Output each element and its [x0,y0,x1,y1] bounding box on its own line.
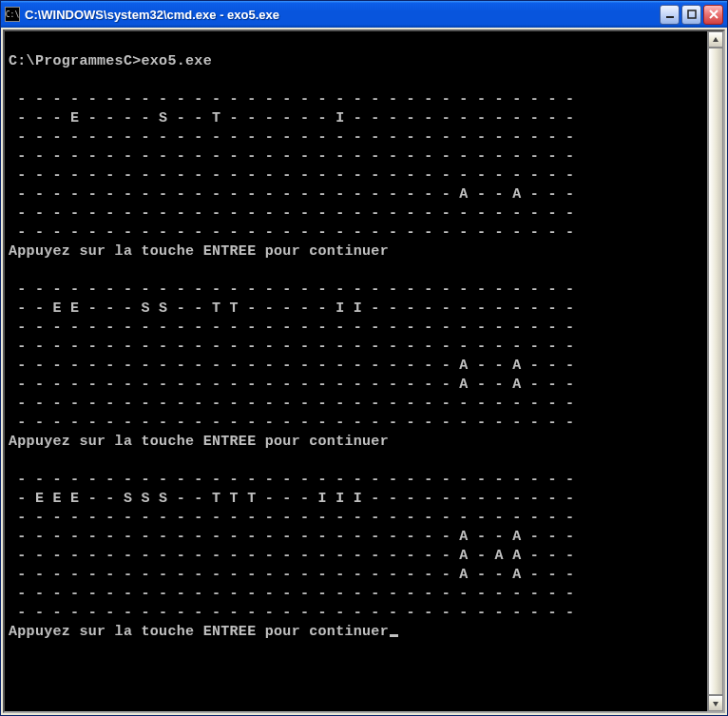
grid3-row: - - - - - - - - - - - - - - - - - - - - … [9,529,574,545]
client-area: C:\ProgrammesC>exo5.exe - - - - - - - - … [1,28,727,715]
continue-prompt: Appuyez sur la touche ENTREE pour contin… [9,434,389,450]
scroll-down-button[interactable] [708,695,723,711]
grid1-row: - - - - - - - - - - - - - - - - - - - - … [9,186,574,203]
grid2-row: - - - - - - - - - - - - - - - - - - - - … [9,339,574,355]
grid1-row: - - - - - - - - - - - - - - - - - - - - … [9,205,574,222]
maximize-button[interactable] [681,5,701,25]
minimize-button[interactable] [660,5,680,25]
grid1-row: - - - - - - - - - - - - - - - - - - - - … [9,148,574,164]
cmd-icon: C:\ [5,7,20,22]
grid2-row: - - - - - - - - - - - - - - - - - - - - … [9,319,574,336]
grid2-row: - - - - - - - - - - - - - - - - - - - - … [9,396,574,412]
titlebar[interactable]: C:\ C:\WINDOWS\system32\cmd.exe - exo5.e… [1,1,727,28]
scroll-up-button[interactable] [708,31,723,48]
scroll-thumb[interactable] [708,48,723,695]
cmd-window: C:\ C:\WINDOWS\system32\cmd.exe - exo5.e… [0,0,728,716]
window-title: C:\WINDOWS\system32\cmd.exe - exo5.exe [25,8,660,22]
grid1-row: - - - - - - - - - - - - - - - - - - - - … [9,129,574,145]
close-button[interactable] [703,5,723,25]
svg-rect-1 [688,10,696,18]
blank-line [9,72,17,88]
grid2-row: - - E E - - - S S - - T T - - - - - I I … [9,300,574,317]
grid3-row: - - - - - - - - - - - - - - - - - - - - … [9,510,574,526]
grid3-row: - - - - - - - - - - - - - - - - - - - - … [9,567,574,583]
scroll-track[interactable] [708,48,723,695]
blank-line [9,34,17,50]
grid1-row: - - - - - - - - - - - - - - - - - - - - … [9,224,574,241]
blank-line [9,262,17,279]
cursor [390,634,398,637]
grid2-row: - - - - - - - - - - - - - - - - - - - - … [9,281,574,298]
console-frame: C:\ProgrammesC>exo5.exe - - - - - - - - … [3,29,725,713]
grid3-row: - E E E - - S S S - - T T T - - - I I I … [9,491,574,507]
grid3-row: - - - - - - - - - - - - - - - - - - - - … [9,605,574,621]
continue-prompt: Appuyez sur la touche ENTREE pour contin… [9,624,389,640]
console-output[interactable]: C:\ProgrammesC>exo5.exe - - - - - - - - … [5,31,707,711]
grid2-row: - - - - - - - - - - - - - - - - - - - - … [9,358,574,374]
prompt-line: C:\ProgrammesC>exo5.exe [9,53,212,69]
grid2-row: - - - - - - - - - - - - - - - - - - - - … [9,377,574,393]
grid2-row: - - - - - - - - - - - - - - - - - - - - … [9,415,574,431]
svg-rect-0 [666,16,674,18]
blank-line [9,453,17,469]
grid3-row: - - - - - - - - - - - - - - - - - - - - … [9,548,574,564]
grid3-row: - - - - - - - - - - - - - - - - - - - - … [9,586,574,602]
vertical-scrollbar[interactable] [707,31,723,711]
grid1-row: - - - E - - - - S - - T - - - - - - I - … [9,110,574,126]
continue-prompt: Appuyez sur la touche ENTREE pour contin… [9,243,389,260]
grid3-row: - - - - - - - - - - - - - - - - - - - - … [9,472,574,488]
grid1-row: - - - - - - - - - - - - - - - - - - - - … [9,167,574,184]
window-controls [660,5,723,25]
grid1-row: - - - - - - - - - - - - - - - - - - - - … [9,91,574,107]
